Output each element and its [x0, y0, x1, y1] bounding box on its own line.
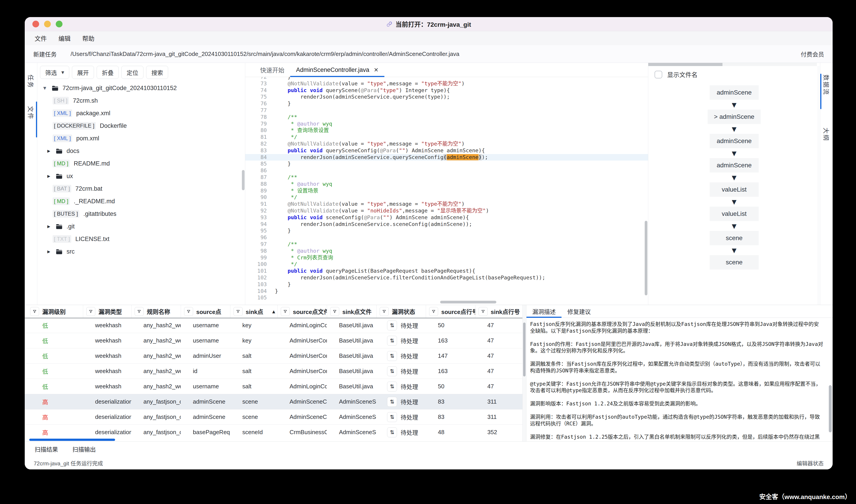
code-line[interactable]: 91 @NotNullValidate(value = "type",messa… [245, 201, 648, 208]
code-line[interactable]: 97 /** [245, 241, 648, 248]
tree-item[interactable]: [ SH ]72crm.sh [37, 94, 241, 107]
tab-outline[interactable]: 大纲 [822, 128, 831, 142]
table-horizontal-scrollbar-thumb[interactable] [29, 439, 115, 441]
code-line[interactable]: 73 @NotNullValidate(value = "type",messa… [245, 80, 648, 87]
code-line[interactable]: 82 @NotNullValidate(value = "type",messa… [245, 141, 648, 147]
flow-node[interactable]: adminScene [710, 158, 759, 173]
membership-label[interactable]: 付费会员 [801, 50, 824, 58]
filter-icon[interactable] [184, 307, 193, 316]
description-scrollbar-thumb[interactable] [829, 385, 832, 432]
filter-icon[interactable] [281, 307, 290, 316]
column-header-label[interactable]: 漏洞类型 [99, 307, 122, 316]
filter-icon[interactable] [86, 307, 95, 316]
code-line[interactable]: 72 } [245, 77, 648, 80]
code-line[interactable]: 98 * @author wyq [245, 248, 648, 254]
tree-item[interactable]: [ XML ]pom.xml [37, 132, 241, 145]
tree-item[interactable]: ▶ux [37, 170, 241, 182]
code-line[interactable]: 76 } [245, 101, 648, 107]
flow-node[interactable]: valueList [710, 182, 759, 197]
status-transfer-icon[interactable]: ⇅ [387, 427, 397, 437]
flow-node[interactable]: valueList [710, 206, 759, 221]
code-line[interactable]: 100 */ [245, 261, 648, 268]
minimize-window-button[interactable] [44, 21, 51, 28]
code-line[interactable]: 90 */ [245, 194, 648, 201]
search-button[interactable]: 搜索 [146, 66, 168, 79]
show-filename-checkbox[interactable] [654, 71, 662, 78]
tab-quick-start[interactable]: 快速开始 [254, 63, 290, 77]
tree-collapsed-arrow-icon[interactable]: ▶ [46, 174, 52, 178]
code-line[interactable]: 105 [245, 294, 648, 301]
table-row[interactable]: 低weekhashany_hash2_wee...usernamekeyAdmi… [25, 318, 522, 333]
filter-icon[interactable] [330, 307, 339, 316]
column-header-label[interactable]: 规则名称 [147, 307, 170, 316]
code-line[interactable]: 74 public void queryScene(@Para("type") … [245, 87, 648, 94]
tree-item[interactable]: [ XML ]package.xml [37, 107, 241, 120]
menu-item-file[interactable]: 文件 [35, 34, 47, 43]
code-line[interactable]: 102 renderJson(adminSceneService.filterC… [245, 274, 648, 281]
tree-item[interactable]: ▶.git [37, 220, 241, 233]
tree-scrollbar-thumb[interactable] [242, 170, 245, 190]
filter-icon[interactable] [135, 307, 144, 316]
tree-item[interactable]: ▶src [37, 245, 241, 258]
locate-button[interactable]: 定位 [121, 66, 143, 79]
table-vertical-scrollbar-thumb[interactable] [523, 323, 526, 376]
tab-adminscenecontroller[interactable]: AdminSceneController.java ✕ [290, 63, 384, 77]
tree-collapsed-arrow-icon[interactable]: ▶ [46, 149, 52, 153]
flow-node[interactable]: adminScene [710, 134, 759, 148]
column-header-label[interactable]: source点行号 [441, 307, 475, 316]
filter-icon[interactable] [429, 307, 438, 316]
tree-item[interactable]: [ MD ]._README.md [37, 195, 241, 208]
tree-collapsed-arrow-icon[interactable]: ▶ [46, 224, 52, 229]
editor-horizontal-scrollbar-thumb[interactable] [440, 301, 496, 303]
flow-node[interactable]: adminScene [710, 85, 759, 100]
table-row[interactable]: 低weekhashany_hash2_wee...adminUsersaltAd… [25, 348, 522, 364]
tree-expanded-arrow-icon[interactable]: ▼ [42, 86, 48, 90]
table-row[interactable]: 高deserializationany_fastjson_de...basePa… [25, 425, 522, 438]
code-line[interactable]: 77 [245, 107, 648, 114]
status-transfer-icon[interactable]: ⇅ [387, 336, 397, 346]
tree-item[interactable]: [ DOCKERFILE ]Dockerfile [37, 120, 241, 132]
menu-item-help[interactable]: 帮助 [82, 34, 94, 43]
code-line[interactable]: 81 */ [245, 134, 648, 141]
code-line[interactable]: 86 [245, 167, 648, 174]
tab-scan-results[interactable]: 扫描结果 [35, 445, 58, 453]
code-line[interactable]: 99 * Crm列表页查询 [245, 254, 648, 261]
column-header-label[interactable]: source点 [196, 307, 221, 316]
tree-item[interactable]: ▶docs [37, 145, 241, 157]
code-line[interactable]: 103 } [245, 281, 648, 288]
code-line[interactable]: 75 renderJson(adminSceneService.querySce… [245, 94, 648, 101]
filter-dropdown[interactable]: 筛选 ▼ [40, 66, 69, 79]
graph-horizontal-scrollbar-thumb[interactable] [648, 63, 722, 66]
tab-files[interactable]: 文件 [27, 106, 35, 120]
status-transfer-icon[interactable]: ⇅ [387, 366, 397, 376]
code-line[interactable]: 96 [245, 234, 648, 241]
code-line[interactable]: 83 public void querySceneConfig(@Para(""… [245, 147, 648, 154]
zoom-window-button[interactable] [56, 21, 63, 28]
status-transfer-icon[interactable]: ⇅ [387, 382, 397, 392]
code-line[interactable]: 78 /** [245, 114, 648, 121]
code-line[interactable]: 84 renderJson(adminSceneService.querySce… [245, 154, 648, 161]
column-header-label[interactable]: 漏洞状态 [392, 307, 415, 316]
tab-tasks[interactable]: 任务 [27, 75, 35, 89]
code-line[interactable]: 89 * 设置场景 [245, 187, 648, 194]
tree-item[interactable]: [ BAT ]72crm.bat [37, 182, 241, 195]
table-row[interactable]: 低weekhashany_hash2_wee...usernamesaltAdm… [25, 379, 522, 394]
code-line[interactable]: 92 @NotNullValidate(value = "noHideIds",… [245, 208, 648, 214]
status-transfer-icon[interactable]: ⇅ [387, 321, 397, 330]
filter-icon[interactable] [30, 307, 39, 316]
status-transfer-icon[interactable]: ⇅ [387, 351, 397, 361]
flow-node[interactable]: scene [710, 231, 759, 245]
tree-collapsed-arrow-icon[interactable]: ▶ [46, 249, 52, 254]
filter-icon[interactable] [478, 307, 488, 316]
filter-icon[interactable] [380, 307, 389, 316]
code-line[interactable]: 101 public void queryPageList(BasePageRe… [245, 268, 648, 274]
expand-all-button[interactable]: 展开 [72, 66, 94, 79]
close-window-button[interactable] [32, 21, 39, 28]
table-row[interactable]: 高deserializationany_fastjson_de...adminS… [25, 410, 522, 425]
tree-item[interactable]: [ TXT ]LICENSE.txt [37, 233, 241, 245]
code-line[interactable]: 85 } [245, 161, 648, 167]
tree-item[interactable]: [ BUTES ].gitattributes [37, 208, 241, 220]
code-view[interactable]: 72 }73 @NotNullValidate(value = "type",m… [245, 77, 648, 305]
tab-scan-output[interactable]: 扫描输出 [72, 445, 96, 453]
filter-icon[interactable] [233, 307, 243, 316]
